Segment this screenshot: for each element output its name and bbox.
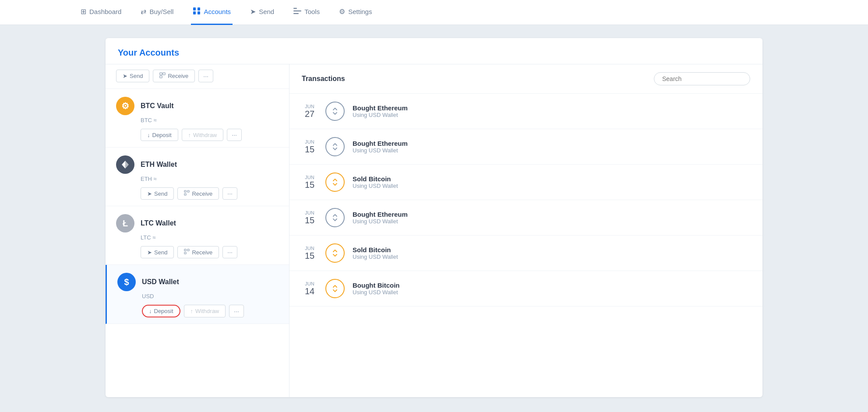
tx-icon-3 <box>325 173 345 192</box>
svg-rect-18 <box>187 249 189 251</box>
nav-dashboard[interactable]: ⊞ Dashboard <box>79 0 123 25</box>
accounts-icon <box>193 7 201 17</box>
svg-rect-8 <box>163 73 165 75</box>
eth-icon <box>116 155 134 174</box>
main-container: Your Accounts ➤ Send <box>0 25 868 410</box>
nav-buysell[interactable]: ⇄ Buy/Sell <box>139 0 175 25</box>
nav-accounts[interactable]: Accounts <box>191 0 233 25</box>
eth-send-button[interactable]: ➤ Send <box>141 187 174 200</box>
svg-rect-7 <box>160 73 162 75</box>
eth-header: ETH Wallet <box>116 155 279 174</box>
nav-buysell-label: Buy/Sell <box>149 8 173 15</box>
send-button-top[interactable]: ➤ Send <box>116 70 149 82</box>
nav-send[interactable]: ➤ Send <box>248 0 276 25</box>
svg-rect-2 <box>193 11 196 14</box>
receive-icon-top <box>159 72 166 80</box>
tools-icon <box>293 8 301 16</box>
usd-withdraw-icon: ↑ <box>191 308 194 314</box>
transaction-item: JUN 15 Sold Bitcoin Using USD Wallet <box>289 165 762 200</box>
usd-name: USD Wallet <box>142 278 179 286</box>
ltc-send-button[interactable]: ➤ Send <box>141 246 174 258</box>
tx-sub-2: Using USD Wallet <box>353 147 408 154</box>
nav-tools-label: Tools <box>304 8 320 15</box>
tx-day-1: 27 <box>302 109 318 119</box>
tx-info-3: Sold Bitcoin Using USD Wallet <box>353 175 398 189</box>
usd-header: $ USD Wallet <box>117 273 279 291</box>
tx-month-2: JUN <box>302 139 318 144</box>
deposit-down-icon: ↓ <box>147 132 150 138</box>
ltc-more-button[interactable]: ··· <box>222 246 237 258</box>
tx-date-1: JUN 27 <box>302 104 318 119</box>
nav-dashboard-label: Dashboard <box>89 8 121 15</box>
btc-withdraw-button[interactable]: ↑ Withdraw <box>182 129 224 141</box>
eth-send-icon: ➤ <box>147 190 152 197</box>
tx-month-6: JUN <box>302 281 318 286</box>
svg-rect-0 <box>193 7 196 11</box>
ltc-receive-button[interactable]: Receive <box>177 246 219 258</box>
search-input[interactable] <box>654 72 750 85</box>
usd-deposit-down-icon: ↓ <box>149 308 152 314</box>
nav-tools[interactable]: Tools <box>292 0 321 25</box>
eth-receive-button[interactable]: Receive <box>177 187 219 200</box>
tx-sub-5: Using USD Wallet <box>353 254 398 260</box>
account-item-pre: ➤ Send Receive <box>106 64 289 89</box>
tx-title-5: Sold Bitcoin <box>353 246 398 254</box>
send-label-top: Send <box>130 73 143 79</box>
transaction-item: JUN 27 Bought Ethereum Using USD Wallet <box>289 94 762 129</box>
account-item-btc: ⚙ BTC Vault BTC ≈ ↓ Deposit ↑ Withdraw <box>106 89 289 148</box>
tx-date-3: JUN 15 <box>302 175 318 190</box>
tx-day-2: 15 <box>302 144 318 154</box>
usd-icon: $ <box>117 273 136 291</box>
svg-rect-5 <box>293 11 301 11</box>
eth-actions: ➤ Send Receive <box>141 187 279 200</box>
transactions-header: Transactions <box>289 64 762 94</box>
transaction-item: JUN 14 Bought Bitcoin Using USD Wallet <box>289 271 762 306</box>
tx-day-3: 15 <box>302 180 318 190</box>
nav-settings[interactable]: ⚙ Settings <box>337 0 374 25</box>
tx-info-1: Bought Ethereum Using USD Wallet <box>353 104 408 118</box>
receive-label-top: Receive <box>168 73 188 79</box>
nav-accounts-label: Accounts <box>204 8 231 15</box>
account-item-ltc: Ł LTC Wallet LTC ≈ ➤ Send <box>106 206 289 265</box>
tx-month-4: JUN <box>302 210 318 215</box>
tx-month-5: JUN <box>302 246 318 251</box>
btc-header: ⚙ BTC Vault <box>116 97 279 115</box>
svg-rect-17 <box>184 249 186 251</box>
usd-withdraw-button[interactable]: ↑ Withdraw <box>184 305 226 317</box>
ltc-send-label: Send <box>154 249 167 256</box>
tx-icon-1 <box>325 102 345 121</box>
ltc-name: LTC Wallet <box>141 219 176 227</box>
receive-button-top[interactable]: Receive <box>153 70 195 82</box>
usd-deposit-button[interactable]: ↓ Deposit <box>142 305 180 317</box>
accounts-panel: Your Accounts ➤ Send <box>106 38 762 397</box>
usd-actions: ↓ Deposit ↑ Withdraw ··· <box>142 305 279 317</box>
transaction-item: JUN 15 Bought Ethereum Using USD Wallet <box>289 200 762 236</box>
btc-deposit-button[interactable]: ↓ Deposit <box>141 129 178 141</box>
withdraw-up-icon: ↑ <box>188 132 191 138</box>
eth-more-button[interactable]: ··· <box>222 187 237 200</box>
eth-receive-label: Receive <box>192 190 212 197</box>
btc-more-button[interactable]: ··· <box>227 129 242 141</box>
send-nav-icon: ➤ <box>250 7 256 16</box>
transaction-item: JUN 15 Bought Ethereum Using USD Wallet <box>289 129 762 165</box>
tx-day-5: 15 <box>302 251 318 261</box>
tx-month-1: JUN <box>302 104 318 109</box>
send-icon-top: ➤ <box>123 73 127 79</box>
tx-icon-5 <box>325 243 345 263</box>
tx-sub-3: Using USD Wallet <box>353 183 398 189</box>
more-button-top[interactable]: ··· <box>198 70 213 82</box>
tx-info-5: Sold Bitcoin Using USD Wallet <box>353 246 398 260</box>
usd-more-button[interactable]: ··· <box>229 305 244 317</box>
tx-info-2: Bought Ethereum Using USD Wallet <box>353 140 408 154</box>
usd-balance: USD <box>142 293 279 299</box>
eth-balance: ETH ≈ <box>141 176 279 182</box>
tx-title-1: Bought Ethereum <box>353 104 408 112</box>
eth-send-label: Send <box>154 190 167 197</box>
usd-deposit-label: Deposit <box>154 308 173 314</box>
accounts-sidebar: ➤ Send Receive <box>106 64 289 397</box>
btc-icon: ⚙ <box>116 97 134 115</box>
tx-date-4: JUN 15 <box>302 210 318 225</box>
account-item-eth: ETH Wallet ETH ≈ ➤ Send <box>106 148 289 206</box>
svg-rect-16 <box>184 194 186 195</box>
account-item-usd: $ USD Wallet USD ↓ Deposit ↑ Withdraw <box>106 265 289 324</box>
